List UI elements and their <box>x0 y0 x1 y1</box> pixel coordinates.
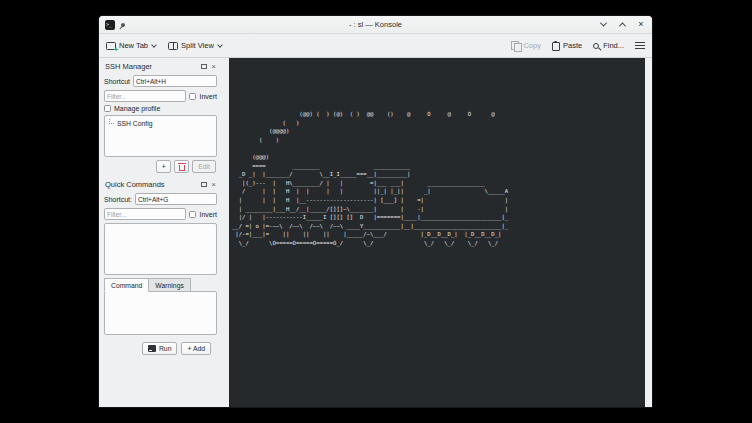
manage-profile-row: Manage profile <box>104 105 217 112</box>
search-icon <box>593 43 599 49</box>
trash-icon <box>179 165 185 171</box>
close-panel-icon[interactable]: × <box>211 181 216 189</box>
qc-filter-input[interactable] <box>104 208 186 220</box>
maximize-button[interactable] <box>617 20 627 30</box>
qc-shortcut-field[interactable] <box>135 193 217 205</box>
manage-profile-checkbox[interactable] <box>104 105 111 112</box>
ssh-manager-header: SSH Manager × <box>104 60 217 72</box>
run-label: Run <box>159 345 171 352</box>
add-ssh-button[interactable]: + <box>156 160 171 173</box>
copy-button[interactable]: Copy <box>511 41 541 50</box>
quick-commands-list[interactable] <box>104 223 217 275</box>
find-button[interactable]: Find... <box>593 41 624 50</box>
terminal-scrollbar[interactable] <box>645 58 652 407</box>
ssh-invert-label[interactable]: Invert <box>199 93 217 100</box>
split-view-icon <box>168 42 178 50</box>
run-button[interactable]: Run <box>142 342 177 355</box>
ssh-manager-panel: SSH Manager × Shortcut Invert <box>104 60 217 178</box>
terminal-display[interactable]: (@@) ( ) (@) ( ) @@ () @ O @ O @ ( ) (@@… <box>229 58 645 407</box>
delete-ssh-button[interactable] <box>174 160 189 173</box>
minimize-icon <box>599 20 606 27</box>
sidebar-splitter[interactable] <box>221 58 229 407</box>
titlebar[interactable]: - : sl — Konsole × <box>99 16 652 34</box>
tab-command[interactable]: Command <box>104 278 149 292</box>
titlebar-left <box>105 20 125 30</box>
ssh-filter-input[interactable] <box>104 90 186 102</box>
close-button[interactable]: × <box>636 20 646 30</box>
ssh-invert-checkbox[interactable] <box>189 93 196 100</box>
tree-branch-icon <box>109 119 114 124</box>
qc-invert-label[interactable]: Invert <box>199 211 217 218</box>
ssh-shortcut-row: Shortcut <box>104 75 217 87</box>
new-tab-button[interactable]: New Tab <box>106 41 156 50</box>
split-view-label: Split View <box>181 41 214 50</box>
quick-commands-title: Quick Commands <box>105 180 197 189</box>
window-content: SSH Manager × Shortcut Invert <box>99 58 652 407</box>
add-command-button[interactable]: + Add <box>181 342 211 355</box>
new-tab-icon <box>106 42 116 50</box>
qc-button-row: Run + Add <box>104 342 217 355</box>
ssh-shortcut-field[interactable] <box>133 75 217 87</box>
copy-icon <box>511 41 520 50</box>
maximize-icon <box>618 22 625 29</box>
minimize-button[interactable] <box>598 20 608 30</box>
sidebar: SSH Manager × Shortcut Invert <box>99 58 221 407</box>
menu-button[interactable] <box>635 42 645 49</box>
quick-commands-panel: Quick Commands × Shortcut: Invert <box>104 178 217 360</box>
window-controls: × <box>598 20 646 30</box>
qc-shortcut-label: Shortcut: <box>104 196 132 203</box>
new-tab-dropdown-icon <box>151 42 157 48</box>
hamburger-menu-icon <box>635 42 645 49</box>
find-label: Find... <box>603 41 624 50</box>
float-panel-icon[interactable] <box>201 182 207 187</box>
close-panel-icon[interactable]: × <box>211 63 216 71</box>
qc-filter-row: Invert <box>104 208 217 220</box>
konsole-app-icon[interactable] <box>105 20 115 30</box>
manage-profile-label[interactable]: Manage profile <box>114 105 160 112</box>
new-tab-label: New Tab <box>119 41 148 50</box>
split-view-button[interactable]: Split View <box>168 41 222 50</box>
ssh-shortcut-label: Shortcut <box>104 78 130 85</box>
run-terminal-icon <box>148 345 156 352</box>
ssh-manager-title: SSH Manager <box>105 62 197 71</box>
command-editor[interactable] <box>104 291 217 335</box>
tree-item-label: SSH Config <box>117 120 153 127</box>
paste-button[interactable]: Paste <box>552 41 582 51</box>
qc-invert-checkbox[interactable] <box>189 211 196 218</box>
toolbar-left-group: New Tab Split View <box>106 41 222 50</box>
qc-shortcut-row: Shortcut: <box>104 193 217 205</box>
ssh-button-row: + Edit <box>104 160 217 173</box>
edit-ssh-button[interactable]: Edit <box>192 160 216 173</box>
window-title: - : sl — Konsole <box>99 20 652 29</box>
konsole-window: - : sl — Konsole × New Tab Split View <box>99 16 652 407</box>
terminal-ascii-train: (@@) ( ) (@) ( ) @@ () @ O @ O @ ( ) (@@… <box>232 110 645 248</box>
close-icon: × <box>638 20 643 29</box>
main-toolbar: New Tab Split View Copy Paste <box>99 34 652 58</box>
toolbar-right-group: Copy Paste Find... <box>511 41 645 51</box>
tab-warnings[interactable]: Warnings <box>149 278 190 292</box>
copy-label: Copy <box>523 41 541 50</box>
ssh-config-tree: SSH Config <box>104 115 217 157</box>
tree-item-ssh-config[interactable]: SSH Config <box>107 119 214 127</box>
desktop-background: - : sl — Konsole × New Tab Split View <box>0 0 752 423</box>
pin-icon[interactable] <box>120 22 126 28</box>
split-view-dropdown-icon <box>217 42 223 48</box>
paste-label: Paste <box>563 41 582 50</box>
qc-tab-bar: Command Warnings <box>104 278 217 292</box>
ssh-filter-row: Invert <box>104 90 217 102</box>
float-panel-icon[interactable] <box>201 64 207 69</box>
quick-commands-header: Quick Commands × <box>104 178 217 190</box>
paste-icon <box>552 42 560 51</box>
